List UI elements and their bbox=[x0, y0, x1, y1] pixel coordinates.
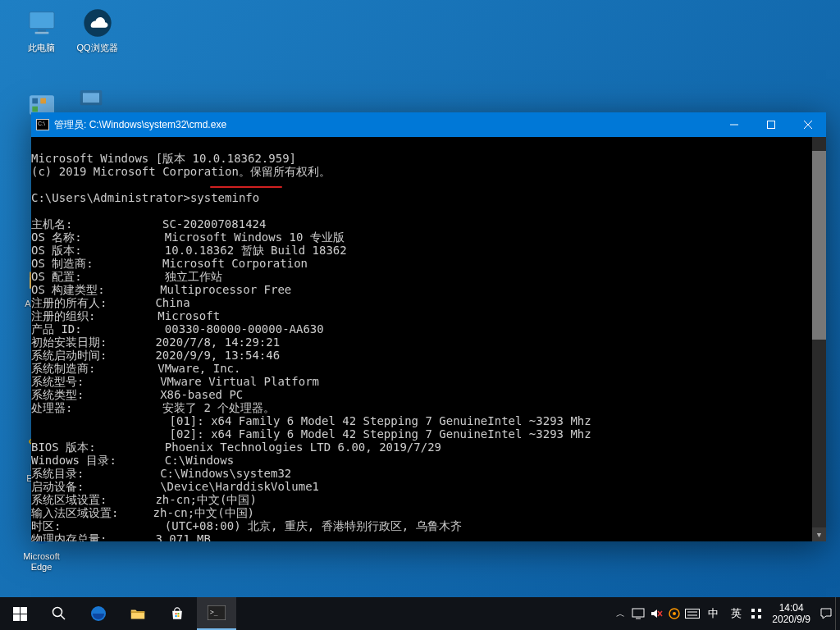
clock-time: 14:04 bbox=[772, 602, 810, 614]
taskbar-store[interactable] bbox=[158, 597, 197, 630]
close-button[interactable] bbox=[789, 112, 826, 137]
svg-rect-17 bbox=[767, 121, 774, 129]
svg-rect-21 bbox=[21, 607, 27, 614]
ime-indicator-2[interactable]: 英 bbox=[724, 597, 747, 630]
svg-text:>_: >_ bbox=[210, 609, 218, 616]
svg-line-25 bbox=[61, 615, 65, 619]
svg-rect-22 bbox=[13, 614, 20, 621]
cmd-icon bbox=[36, 119, 49, 130]
taskbar-clock[interactable]: 14:04 2020/9/9 bbox=[765, 602, 817, 626]
scroll-thumb[interactable] bbox=[812, 151, 826, 340]
app-icon bbox=[75, 82, 107, 115]
monitor-icon bbox=[25, 7, 58, 39]
window-title: 管理员: C:\Windows\system32\cmd.exe bbox=[54, 118, 715, 132]
taskbar-cmd[interactable]: >_ bbox=[197, 597, 236, 630]
tray-volume-muted-icon[interactable] bbox=[647, 597, 665, 630]
typed-command: systeminfo bbox=[190, 191, 259, 204]
clock-date: 2020/9/9 bbox=[772, 614, 810, 625]
minimize-button[interactable] bbox=[715, 112, 752, 137]
cloud-icon bbox=[81, 7, 114, 39]
banner-line: (c) 2019 Microsoft Corporation。保留所有权利。 bbox=[31, 165, 331, 178]
svg-rect-33 bbox=[632, 609, 644, 617]
svg-rect-5 bbox=[32, 98, 38, 104]
tray-ime-options-icon[interactable] bbox=[747, 597, 765, 630]
svg-rect-1 bbox=[38, 30, 46, 32]
svg-rect-2 bbox=[34, 32, 48, 34]
cmd-window: 管理员: C:\Windows\system32\cmd.exe Microso… bbox=[31, 112, 826, 541]
tray-chevron-up-icon[interactable]: ︿ bbox=[611, 597, 629, 630]
taskbar-file-explorer[interactable] bbox=[118, 597, 158, 630]
svg-rect-45 bbox=[758, 615, 761, 619]
icon-label: Microsoft Edge bbox=[15, 551, 68, 573]
scrollbar[interactable]: ▲ ▼ bbox=[812, 137, 826, 541]
tray-keyboard-icon[interactable] bbox=[683, 597, 701, 630]
titlebar[interactable]: 管理员: C:\Windows\system32\cmd.exe bbox=[31, 112, 826, 137]
taskbar: >_ ︿ 中 英 14:04 2020/9/9 bbox=[0, 597, 840, 630]
terminal-output[interactable]: Microsoft Windows [版本 10.0.18362.959] (c… bbox=[31, 137, 826, 541]
desktop-icon-qq-browser[interactable]: QQ浏览器 bbox=[71, 7, 124, 53]
tray-app-icon[interactable] bbox=[665, 597, 683, 630]
show-desktop-button[interactable] bbox=[835, 597, 840, 630]
prompt: C:\Users\Administrator> bbox=[31, 191, 190, 204]
svg-rect-30 bbox=[177, 615, 179, 617]
svg-rect-39 bbox=[686, 609, 700, 619]
svg-rect-20 bbox=[13, 607, 20, 614]
svg-rect-6 bbox=[40, 98, 46, 104]
svg-rect-27 bbox=[176, 613, 177, 614]
svg-rect-42 bbox=[751, 609, 755, 612]
search-button[interactable] bbox=[39, 597, 79, 630]
icon-label: 此电脑 bbox=[15, 43, 68, 53]
svg-rect-29 bbox=[176, 615, 177, 617]
desktop-icon-this-pc[interactable]: 此电脑 bbox=[15, 7, 68, 53]
cpu-line: [02]: x64 Family 6 Model 42 Stepping 7 G… bbox=[170, 427, 591, 441]
svg-rect-43 bbox=[758, 609, 761, 612]
start-button[interactable] bbox=[0, 597, 39, 630]
svg-rect-23 bbox=[21, 614, 27, 621]
system-tray: ︿ 中 英 14:04 2020/9/9 bbox=[611, 597, 840, 630]
svg-rect-7 bbox=[32, 107, 38, 112]
window-controls bbox=[715, 112, 826, 137]
action-center-icon[interactable] bbox=[817, 597, 835, 630]
svg-point-24 bbox=[53, 608, 62, 617]
banner-line: Microsoft Windows [版本 10.0.18362.959] bbox=[31, 152, 296, 165]
red-underline-annotation bbox=[210, 186, 282, 188]
tray-display-icon[interactable] bbox=[629, 597, 647, 630]
taskbar-edge[interactable] bbox=[79, 597, 118, 630]
maximize-button[interactable] bbox=[752, 112, 789, 137]
svg-rect-9 bbox=[83, 93, 99, 103]
svg-rect-0 bbox=[30, 12, 54, 29]
icon-label: QQ浏览器 bbox=[71, 43, 124, 53]
scroll-down-arrow-icon[interactable]: ▼ bbox=[812, 527, 826, 541]
svg-rect-28 bbox=[177, 613, 179, 614]
svg-point-38 bbox=[673, 612, 676, 615]
cpu-line: [01]: x64 Family 6 Model 42 Stepping 7 G… bbox=[170, 414, 591, 427]
svg-rect-44 bbox=[751, 615, 755, 619]
ime-indicator-1[interactable]: 中 bbox=[701, 597, 724, 630]
